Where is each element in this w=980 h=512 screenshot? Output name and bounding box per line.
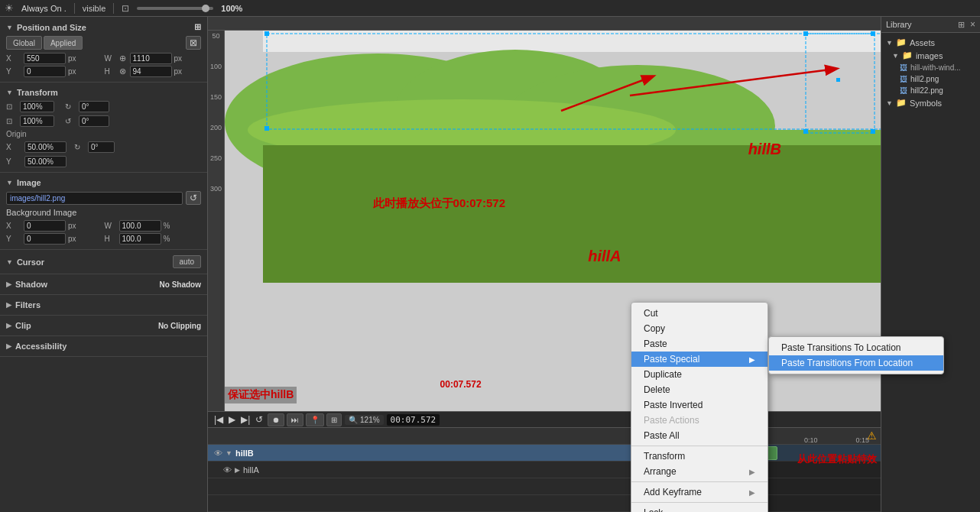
track-headers: Actions 👁 ▼ hillB 👁 ▶ hillA Left -560 (208, 428, 693, 512)
svg-rect-13 (836, 78, 840, 82)
filters-header[interactable]: ▶ Filters (0, 298, 207, 312)
origin-x-input[interactable] (24, 141, 67, 153)
tree-symbols[interactable]: ▼ 📁 Symbols (881, 96, 980, 109)
record-button[interactable]: ⏺ (268, 413, 284, 426)
menu-delete[interactable]: Delete (631, 382, 767, 397)
symbols-folder-icon: 📁 (896, 98, 907, 108)
origin-rotation-input[interactable] (88, 141, 115, 153)
bg-x-label: X (6, 222, 21, 230)
zoom-value: 100% (221, 4, 242, 13)
w-coord-row: W ⊕ px (105, 53, 202, 64)
left-panel: ▼ Position and Size ⊞ Global Applied ⊠ X… (0, 17, 208, 512)
timeline-icons: ⏺ ⏭ 📍 ⊞ (268, 413, 342, 426)
menu-cut[interactable]: Cut (631, 306, 767, 321)
origin-y-input[interactable] (24, 156, 67, 167)
image-path-input[interactable] (6, 192, 183, 205)
skip-button[interactable]: ⏭ (287, 413, 303, 426)
image-browse-button[interactable]: ↺ (186, 191, 201, 205)
track-row-hillB[interactable]: 👁 ▼ hillB (208, 445, 693, 462)
applied-button[interactable]: Applied (44, 36, 83, 50)
clip-header[interactable]: ▶ Clip No Clipping (0, 319, 207, 332)
zoom-slider[interactable] (137, 7, 213, 10)
loop-button[interactable]: ↺ (254, 414, 264, 425)
origin-label: Origin (6, 130, 37, 138)
hillB-visibility-icon[interactable]: 👁 (214, 449, 222, 458)
menu-lock[interactable]: Lock (631, 505, 767, 512)
close-icon[interactable]: × (970, 19, 975, 30)
menu-paste-all[interactable]: Paste All (631, 428, 767, 443)
track-row-empty2 (208, 495, 693, 512)
bg-h-row: H % (105, 233, 202, 245)
file1-name: hill-with-wind... (910, 63, 961, 72)
w-label: W (105, 54, 117, 63)
image-header[interactable]: ▼ Image (0, 176, 207, 190)
submenu-paste-transitions-to[interactable]: Paste Transitions To Location (769, 340, 943, 355)
x-input[interactable] (24, 53, 66, 64)
file2-icon: 🖼 (900, 75, 907, 83)
next-frame-button[interactable]: ▶| (239, 414, 251, 425)
images-folder-icon: 📁 (902, 50, 913, 60)
bg-y-input[interactable] (24, 233, 66, 245)
cursor-auto-button[interactable]: auto (173, 255, 201, 268)
lock-aspect-button[interactable]: ⊠ (186, 36, 201, 50)
svg-rect-17 (264, 126, 269, 131)
bg-w-input[interactable] (119, 220, 161, 232)
tree-file-3[interactable]: 🖼 hill22.png (881, 85, 980, 96)
center-area: 50 100 150 200 250 300 (208, 17, 881, 512)
prev-frame-button[interactable]: |◀ (213, 414, 225, 425)
global-button[interactable]: Global (6, 36, 42, 50)
copy-label: Copy (644, 323, 665, 334)
play-button[interactable]: ▶ (227, 414, 237, 425)
pos-size-grid: X px W ⊕ px Y px H ⊗ (0, 51, 207, 79)
submenu-paste-transitions-from[interactable]: Paste Transitions From Location (769, 355, 943, 371)
tree-images[interactable]: ▼ 📁 images (881, 49, 980, 62)
track-row-empty1 (208, 478, 693, 495)
tree-file-1[interactable]: 🖼 hill-with-wind... (881, 62, 980, 73)
transform-title: Transform (17, 88, 58, 97)
cursor-header[interactable]: ▼ Cursor auto (0, 253, 207, 271)
menu-add-keyframe[interactable]: Add Keyframe ▶ (631, 484, 767, 500)
menu-transform[interactable]: Transform (631, 449, 767, 464)
warning-container: ⚠ (867, 429, 877, 442)
menu-copy[interactable]: Copy (631, 321, 767, 336)
transform-triangle: ▼ (6, 89, 13, 96)
hillA-visibility-icon[interactable]: 👁 (223, 465, 232, 475)
menu-paste[interactable]: Paste (631, 336, 767, 352)
bg-x-unit: px (68, 222, 76, 230)
skew-icon: ↺ (65, 117, 76, 125)
track-row-hillA[interactable]: 👁 ▶ hillA Left -560 ◇ ◆ (208, 462, 693, 478)
scale-x-input[interactable] (20, 101, 54, 112)
w-input[interactable] (130, 53, 172, 64)
bg-x-input[interactable] (24, 220, 66, 232)
y-input[interactable] (24, 66, 66, 77)
filters-triangle: ▶ (6, 301, 11, 309)
accessibility-triangle: ▶ (6, 342, 11, 350)
clip-section: ▶ Clip No Clipping (0, 316, 207, 336)
tree-assets[interactable]: ▼ 📁 Assets (881, 36, 980, 49)
h-input[interactable] (130, 66, 172, 77)
maximize-icon[interactable]: ⊞ (958, 20, 965, 29)
bg-x-row: X px (6, 220, 103, 232)
rotation-input[interactable] (79, 101, 109, 112)
menu-paste-inverted[interactable]: Paste Inverted (631, 397, 767, 413)
shadow-header[interactable]: ▶ Shadow No Shadow (0, 277, 207, 291)
scene-button[interactable]: ⊞ (326, 413, 342, 426)
x-unit: px (68, 54, 76, 63)
svg-rect-7 (263, 145, 881, 283)
position-size-header[interactable]: ▼ Position and Size ⊞ (0, 20, 207, 34)
transform-header[interactable]: ▼ Transform (0, 86, 207, 99)
scale-y-input[interactable] (20, 115, 54, 127)
bg-h-input[interactable] (119, 233, 161, 245)
menu-paste-special[interactable]: Paste Special ▶ (631, 352, 767, 367)
paste-inverted-label: Paste Inverted (644, 400, 703, 410)
zoom-indicator: 🔍 121% (345, 415, 383, 425)
origin-label-row: Origin (0, 128, 207, 140)
menu-arrange[interactable]: Arrange ▶ (631, 464, 767, 479)
menu-duplicate[interactable]: Duplicate (631, 367, 767, 382)
tree-file-2[interactable]: 🖼 hill2.png (881, 73, 980, 85)
y-label: Y (6, 67, 21, 76)
skew-input[interactable] (79, 115, 109, 127)
paste-special-label: Paste Special (644, 354, 699, 365)
accessibility-header[interactable]: ▶ Accessibility (0, 339, 207, 353)
pin-button[interactable]: 📍 (306, 413, 324, 426)
